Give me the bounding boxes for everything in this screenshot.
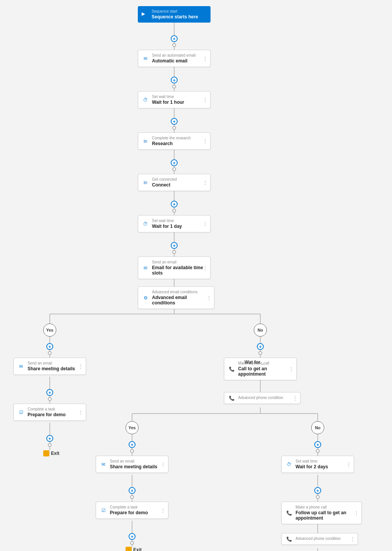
left-exit-label: Exit [51,451,59,456]
add-btn-5[interactable]: + [171,242,178,249]
circle-1 [172,85,176,88]
start-node: ▶ Sequence start Sequence starts here [138,6,211,23]
exit-icon-left [43,450,49,456]
n6-label: Send an email [152,260,206,264]
task-icon-l1: ☑ [18,409,24,416]
add-btn-3[interactable]: + [171,159,178,166]
node-left-prepare-demo: ☑ Complete a task Prepare for demo ⋮ [13,404,86,421]
email-icon-2: ✉ [142,265,149,271]
r2-no-branch-label: No [311,421,324,434]
n7-label: Advanced email conditions [152,290,210,294]
adv-phone-icon-r2r: 📞 [286,536,292,543]
circle-5 [172,250,176,254]
exit-icon-r2l [126,547,132,551]
r2l-n1-menu[interactable]: ⋮ [160,461,166,468]
wait-icon-r2r1: ⏱ [286,461,292,468]
circle-3 [172,167,176,171]
circle-r2r-1 [316,495,320,499]
r2l-n1-label: Send an email [110,459,164,463]
add-btn-right-0[interactable]: + [257,343,264,350]
n6-menu[interactable]: ⋮ [203,265,208,271]
n1-menu[interactable]: ⋮ [203,56,208,62]
node-wait-1hour: ⏱ Set wait time Wait for 1 hour ⋮ [138,91,211,108]
left-exit-node: Exit [43,450,59,456]
n1-title: Automatic email [152,58,206,64]
r2l-exit-node: Exit [126,547,142,551]
r2r-n2-menu[interactable]: ⋮ [354,510,359,516]
n7-title: Advanced email conditions [152,295,210,306]
circle-4 [172,209,176,213]
circle-r2l-1 [130,495,134,499]
flow-canvas: ▶ Sequence start Sequence starts here + … [0,0,392,551]
no-branch-label: No [254,324,267,337]
node-automatic-email: ✉ Send an automated email Automatic emai… [138,50,211,67]
node-email-timeslots: ✉ Send an email Email for available time… [138,257,211,279]
add-btn-r2l-exit[interactable]: + [129,533,136,540]
r2r-n1-label: Set wait time [296,459,350,463]
node-r2r-followup-call: 📞 Make a phone call Follow up call to ge… [281,502,362,524]
email-icon-l1: ✉ [18,363,24,370]
wait-for-label: Wat for _ [245,360,264,365]
r2l-n1-title: Share meeting details [110,464,164,469]
node-right-adv-phone: 📞 Advanced phone condition ⋮ [224,392,301,404]
add-btn-r2l-1[interactable]: + [129,487,136,494]
phone-icon-r1: 📞 [228,366,235,373]
add-btn-left-1[interactable]: + [46,389,53,396]
circle-left-exit [48,443,52,447]
add-btn-1[interactable]: + [171,77,178,83]
circle-r2l-0 [130,449,134,453]
wait-icon: ⏱ [142,96,149,103]
n2-label: Set wait time [152,95,206,99]
node-r2l-share-meeting: ✉ Send an email Share meeting details ⋮ [96,456,168,473]
r2l-n2-title: Prepare for demo [110,510,164,515]
node-connect: in Get connected Connect ⋮ [138,174,211,191]
r2r-n2-title: Follow up call to get an appointment [296,510,358,521]
add-btn-4[interactable]: + [171,201,178,208]
left-n2-menu[interactable]: ⋮ [78,409,83,415]
node-r2r-wait-2days: ⏱ Set wait time Wait for 2 days ⋮ [281,456,354,473]
add-btn-0[interactable]: + [171,35,178,42]
n5-menu[interactable]: ⋮ [203,221,208,227]
r2l-n2-menu[interactable]: ⋮ [160,507,166,513]
right-n1-menu[interactable]: ⋮ [289,366,294,372]
email-icon: ✉ [142,55,149,62]
n2-title: Wait for 1 hour [152,100,206,105]
r2r-n1-title: Wait for 2 days [296,464,350,469]
node-r2r-adv-phone: 📞 Advanced phone condition ⋮ [281,533,358,545]
circle-2 [172,126,176,130]
n4-label: Get connected [152,177,206,181]
add-btn-r2l-0[interactable]: + [129,441,136,448]
circle-right-0 [258,351,262,355]
left-n1-label: Send an email [28,361,82,365]
email-icon-r2l1: ✉ [100,461,107,468]
add-btn-r2r-0[interactable]: + [314,441,321,448]
adv-email-icon: ⚙ [142,294,149,301]
n2-menu[interactable]: ⋮ [203,97,208,103]
r2r-n1-menu[interactable]: ⋮ [346,461,351,468]
add-btn-2[interactable]: + [171,118,178,125]
add-btn-r2r-1[interactable]: + [314,487,321,494]
adv-phone-icon-r1: 📞 [228,395,235,402]
add-btn-left-exit[interactable]: + [46,435,53,442]
r2r-n2-label: Make a phone call [296,505,358,509]
add-btn-left-0[interactable]: + [46,343,53,350]
circle-r2l-exit [130,541,134,545]
left-n2-title: Prepare for demo [28,412,82,417]
start-title: Sequence starts here [152,14,207,20]
circle-left-0 [48,351,52,355]
left-n1-menu[interactable]: ⋮ [78,363,83,370]
start-icon: ▶ [142,11,149,18]
r2l-exit-label: Exit [133,547,142,551]
linkedin-icon-2: in [142,179,149,186]
circle-r2r-0 [316,449,320,453]
node-r2l-prepare-demo: ☑ Complete a task Prepare for demo ⋮ [96,502,168,519]
right-n2-menu[interactable]: ⋮ [292,395,298,401]
node-wait-1day: ⏱ Set wait time Wait for 1 day ⋮ [138,215,211,232]
n3-menu[interactable]: ⋮ [203,138,208,144]
r2-yes-branch-label: Yes [126,421,139,434]
n4-menu[interactable]: ⋮ [203,180,208,186]
linkedin-icon-1: in [142,138,149,145]
r2r-n3-label: Advanced phone condition [296,536,354,541]
r2r-n3-menu[interactable]: ⋮ [350,536,355,542]
n7-menu[interactable]: ⋮ [206,295,212,301]
